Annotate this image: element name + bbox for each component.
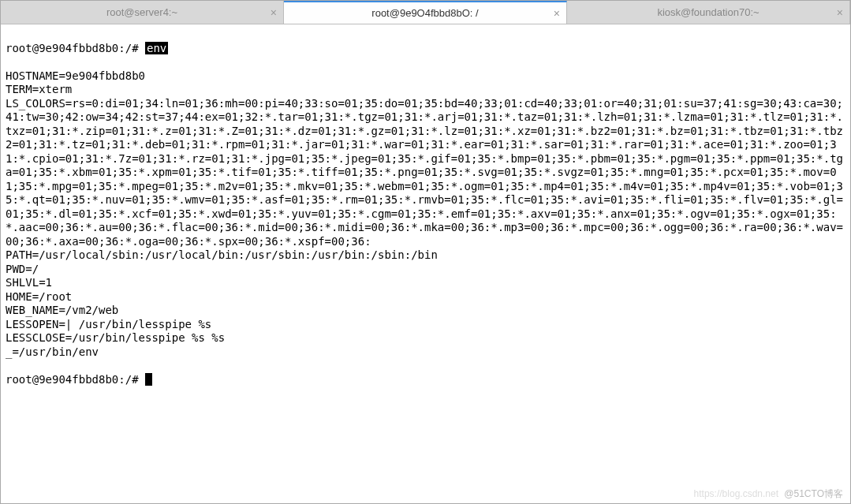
tab-3[interactable]: kiosk@foundation70:~ × — [567, 1, 850, 24]
tab-bar: root@server4:~ × root@9e9O4fbbd8bO: / × … — [1, 1, 850, 24]
prompt-line: root@9e904fbbd8b0:/# — [6, 373, 845, 387]
cursor-icon — [145, 373, 152, 386]
prompt: root@9e904fbbd8b0:/# — [6, 373, 145, 386]
env-output: HOSTNAME=9e904fbbd8b0 TERM=xterm LS_COLO… — [6, 69, 845, 360]
tab-2[interactable]: root@9e9O4fbbd8bO: / × — [284, 1, 567, 24]
watermark-right: @51CTO博客 — [784, 488, 843, 499]
tab-label: root@9e9O4fbbd8bO: / — [371, 7, 478, 19]
tab-label: root@server4:~ — [106, 6, 177, 18]
tab-1[interactable]: root@server4:~ × — [1, 1, 284, 24]
watermark: https://blog.csdn.net @51CTO博客 — [694, 487, 843, 501]
close-icon[interactable]: × — [837, 6, 843, 19]
prompt: root@9e904fbbd8b0:/# — [6, 42, 145, 54]
prompt-line: root@9e904fbbd8b0:/# env — [6, 42, 845, 56]
terminal-output[interactable]: root@9e904fbbd8b0:/# env HOSTNAME=9e904f… — [1, 24, 850, 404]
entered-command: env — [145, 42, 168, 54]
tab-label: kiosk@foundation70:~ — [657, 6, 759, 18]
close-icon[interactable]: × — [554, 7, 560, 20]
watermark-left: https://blog.csdn.net — [694, 488, 778, 499]
close-icon[interactable]: × — [271, 6, 277, 19]
